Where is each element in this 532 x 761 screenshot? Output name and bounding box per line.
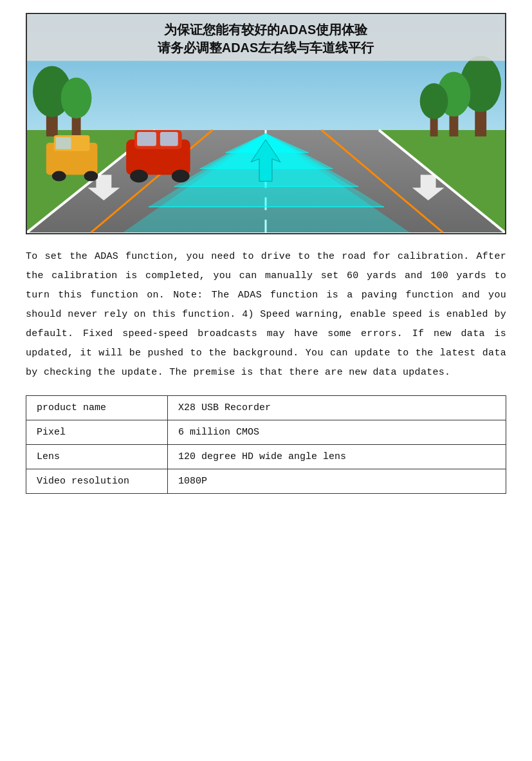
spec-label: product name [26, 396, 168, 420]
svg-rect-35 [160, 132, 178, 146]
svg-text:请务必调整ADAS左右线与车道线平行: 请务必调整ADAS左右线与车道线平行 [158, 41, 374, 55]
table-row: product nameX28 USB Recorder [26, 396, 506, 420]
svg-point-7 [61, 77, 92, 118]
svg-point-13 [420, 83, 448, 119]
svg-text:为保证您能有较好的ADAS使用体验: 为保证您能有较好的ADAS使用体验 [163, 23, 368, 37]
svg-point-36 [130, 170, 148, 183]
table-row: Pixel6 million CMOS [26, 420, 506, 445]
specs-table: product nameX28 USB RecorderPixel6 milli… [26, 395, 506, 494]
svg-point-42 [84, 171, 98, 182]
svg-point-41 [52, 171, 66, 182]
page-container: 为保证您能有较好的ADAS使用体验 请务必调整ADAS左右线与车道线平行 To … [0, 0, 532, 761]
table-row: Video resolution1080P [26, 469, 506, 494]
spec-value: X28 USB Recorder [168, 396, 506, 420]
table-row: Lens120 degree HD wide angle lens [26, 445, 506, 469]
svg-point-37 [172, 170, 190, 183]
spec-value: 6 million CMOS [168, 420, 506, 445]
spec-value: 1080P [168, 469, 506, 494]
svg-rect-40 [56, 137, 71, 149]
spec-label: Lens [26, 445, 168, 469]
description-text: To set the ADAS function, you need to dr… [26, 247, 506, 382]
adas-illustration: 为保证您能有较好的ADAS使用体验 请务必调整ADAS左右线与车道线平行 [27, 14, 505, 233]
svg-rect-34 [137, 132, 156, 146]
adas-image-section: 为保证您能有较好的ADAS使用体验 请务必调整ADAS左右线与车道线平行 [26, 13, 506, 234]
spec-label: Video resolution [26, 469, 168, 494]
spec-value: 120 degree HD wide angle lens [168, 445, 506, 469]
spec-label: Pixel [26, 420, 168, 445]
